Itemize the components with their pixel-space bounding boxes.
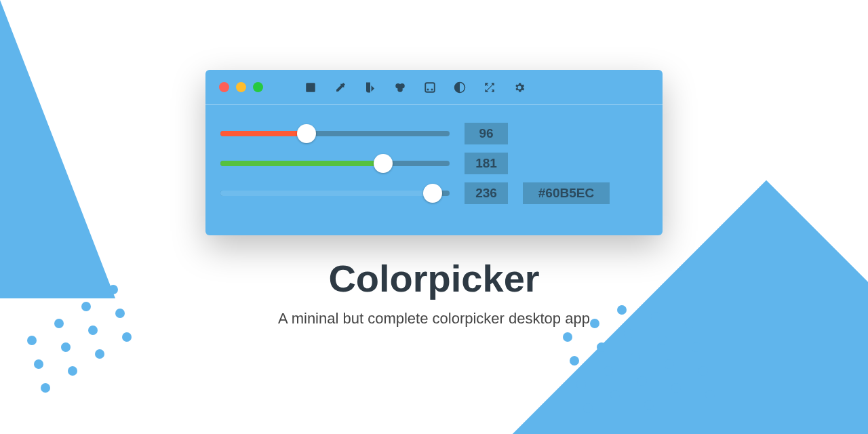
heading-block: Colorpicker A mininal but complete color… (0, 256, 868, 328)
swatch-icon[interactable] (363, 81, 377, 94)
slider-row-blue: 236 #60B5EC (220, 178, 648, 208)
shuffle-icon[interactable] (483, 81, 496, 94)
contrast-icon[interactable] (453, 81, 467, 94)
palette-icon[interactable] (393, 81, 407, 94)
value-red[interactable]: 96 (465, 123, 508, 144)
svg-point-3 (397, 87, 403, 92)
value-blue[interactable]: 236 (465, 182, 508, 204)
close-icon[interactable] (219, 82, 229, 92)
page-title: Colorpicker (0, 256, 868, 300)
slider-blue[interactable] (220, 191, 450, 196)
toolbar (304, 81, 526, 94)
decor-triangle-left (0, 0, 115, 298)
square-icon[interactable] (304, 81, 317, 94)
traffic-lights (219, 82, 263, 92)
sliders-panel: 96 181 236 #60B5EC (205, 105, 663, 208)
slider-thumb-green[interactable] (374, 154, 393, 173)
slider-thumb-red[interactable] (297, 124, 316, 143)
svg-point-5 (427, 88, 429, 90)
slider-green[interactable] (220, 161, 450, 166)
slider-row-red: 96 (220, 119, 648, 149)
svg-rect-4 (425, 83, 435, 92)
slider-red[interactable] (220, 131, 450, 136)
svg-rect-0 (306, 83, 315, 92)
settings-icon[interactable] (513, 81, 526, 94)
minimize-icon[interactable] (236, 82, 246, 92)
maximize-icon[interactable] (253, 82, 263, 92)
titlebar (205, 70, 663, 105)
slider-row-green: 181 (220, 149, 648, 178)
hex-value[interactable]: #60B5EC (523, 182, 610, 204)
value-green[interactable]: 181 (465, 153, 508, 174)
page-subtitle: A mininal but complete colorpicker deskt… (0, 310, 868, 328)
slider-thumb-blue[interactable] (423, 184, 442, 203)
picker-icon[interactable] (423, 81, 437, 94)
eyedropper-icon[interactable] (334, 81, 347, 94)
svg-point-6 (431, 88, 433, 90)
app-window: 96 181 236 #60B5EC (205, 70, 663, 235)
